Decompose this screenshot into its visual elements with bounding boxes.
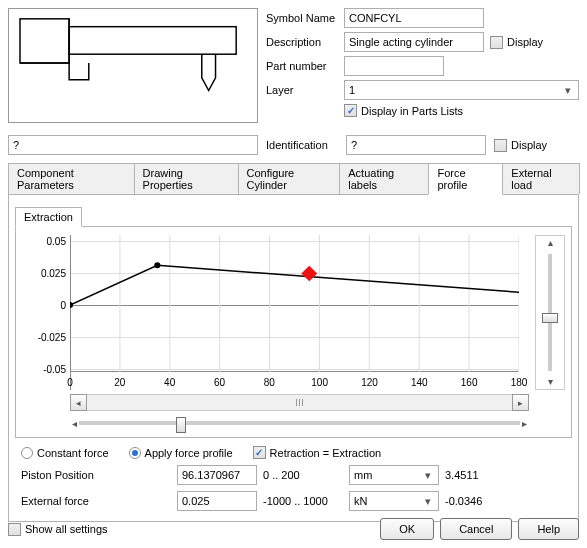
arrow-up-icon[interactable]: ▴ [546,236,555,250]
apply-profile-label: Apply force profile [145,447,233,459]
label-symbol-name: Symbol Name [266,12,338,24]
tab-external-load[interactable]: External load [502,163,580,194]
external-force-input[interactable] [177,491,257,511]
label-external-force: External force [21,495,171,507]
chevron-down-icon: ▾ [421,469,435,482]
display-parts-checkbox[interactable] [344,104,357,117]
constant-force-label: Constant force [37,447,109,459]
symbol-preview [8,8,258,123]
show-all-label: Show all settings [25,523,108,535]
label-identification: Identification [266,139,338,151]
properties-form: Symbol Name Description Display Part num… [266,8,579,123]
part-number-input[interactable] [344,56,444,76]
layer-select[interactable]: 1 ▾ [344,80,579,100]
horizontal-scrollbar[interactable]: ◂ ▸ [70,394,529,411]
tab-force-profile[interactable]: Force profile [428,163,503,195]
force-unit-select[interactable]: kN ▾ [349,491,439,511]
display-parts-label: Display in Parts Lists [361,105,463,117]
label-layer: Layer [266,84,338,96]
identification-display-label: Display [511,139,547,151]
constant-force-radio[interactable] [21,447,33,459]
tab-extraction[interactable]: Extraction [15,207,82,227]
chevron-down-icon: ▾ [561,84,575,97]
layer-value: 1 [349,84,355,96]
ok-button[interactable]: OK [380,518,434,540]
vertical-zoom-slider[interactable]: ▴ ▾ [535,235,565,390]
retraction-eq-label: Retraction = Extraction [270,447,382,459]
help-button[interactable]: Help [518,518,579,540]
piston-unit-select[interactable]: mm ▾ [349,465,439,485]
sub-tabs: Extraction [15,207,572,227]
scroll-track[interactable] [87,394,512,411]
arrow-left-icon[interactable]: ◂ [70,418,79,429]
horizontal-zoom-slider[interactable]: ◂ ▸ [70,415,529,431]
piston-output: 3.4511 [445,469,495,481]
svg-rect-15 [301,266,317,282]
main-tabs: Component Parameters Drawing Properties … [8,163,579,195]
arrow-right-icon[interactable]: ▸ [520,418,529,429]
description-display-checkbox[interactable] [490,36,503,49]
slider-thumb[interactable] [176,417,186,433]
arrow-down-icon[interactable]: ▾ [546,375,555,389]
tab-configure-cylinder[interactable]: Configure Cylinder [238,163,341,194]
svg-point-14 [154,262,160,268]
apply-profile-radio[interactable] [129,447,141,459]
force-output: -0.0346 [445,495,495,507]
label-part-number: Part number [266,60,338,72]
piston-position-range: 0 .. 200 [263,469,343,481]
scroll-left-icon[interactable]: ◂ [70,394,87,411]
label-piston-position: Piston Position [21,469,171,481]
force-profile-chart[interactable]: 0.05 0.025 0 -0.025 -0.05 [22,235,529,390]
svg-rect-0 [20,19,69,63]
identification-left-input[interactable]: ? [8,135,258,155]
tab-drawing-properties[interactable]: Drawing Properties [134,163,239,194]
tab-actuating-labels[interactable]: Actuating labels [339,163,429,194]
description-display-label: Display [507,36,543,48]
svg-rect-1 [69,27,236,55]
chevron-down-icon: ▾ [421,495,435,508]
svg-point-13 [70,302,73,308]
retraction-eq-checkbox[interactable] [253,446,266,459]
scroll-right-icon[interactable]: ▸ [512,394,529,411]
tab-component-parameters[interactable]: Component Parameters [8,163,135,194]
piston-position-input[interactable] [177,465,257,485]
slider-thumb[interactable] [542,313,558,323]
show-all-checkbox[interactable] [8,523,21,536]
cancel-button[interactable]: Cancel [440,518,512,540]
identification-display-checkbox[interactable] [494,139,507,152]
symbol-name-input[interactable] [344,8,484,28]
description-input[interactable] [344,32,484,52]
external-force-range: -1000 .. 1000 [263,495,343,507]
identification-input[interactable] [346,135,486,155]
label-description: Description [266,36,338,48]
